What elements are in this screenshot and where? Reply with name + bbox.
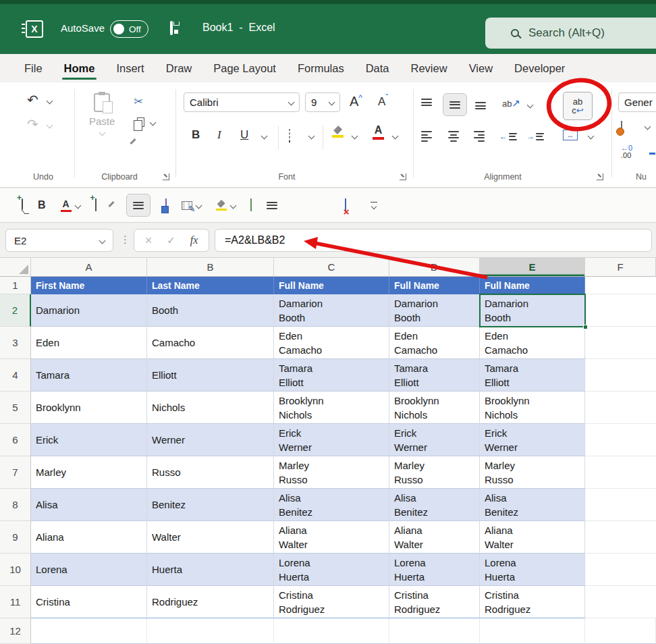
- cell-E4[interactable]: TamaraElliott: [480, 359, 585, 392]
- cell-E6[interactable]: ErickWerner: [480, 424, 585, 456]
- 3d-model-icon[interactable]: [165, 199, 167, 211]
- autosave-toggle[interactable]: Off: [110, 20, 148, 38]
- row-number-5[interactable]: 5: [0, 392, 31, 424]
- align-right-button[interactable]: [474, 131, 485, 142]
- cell-B4[interactable]: Elliott: [147, 359, 274, 392]
- row-number-2[interactable]: 2: [0, 294, 31, 327]
- cell-F10[interactable]: [585, 554, 656, 586]
- cell-A3[interactable]: Eden: [31, 327, 147, 359]
- cell-A11[interactable]: Cristina: [31, 586, 147, 618]
- cell-C1[interactable]: Full Name: [274, 277, 389, 294]
- cell-C7[interactable]: MarleyRusso: [274, 456, 389, 489]
- cell-C12[interactable]: [274, 618, 389, 644]
- cell-D3[interactable]: EdenCamacho: [389, 327, 480, 359]
- underline-dropdown[interactable]: [261, 133, 268, 140]
- cell-B7[interactable]: Russo: [147, 456, 274, 489]
- align-left-button[interactable]: [421, 131, 432, 142]
- green-color-swatch[interactable]: [250, 199, 252, 211]
- cell-E3[interactable]: EdenCamacho: [480, 327, 585, 359]
- tab-formulas[interactable]: Formulas: [287, 54, 355, 82]
- cell-C6[interactable]: ErickWerner: [274, 424, 389, 456]
- center-align-icon[interactable]: [126, 194, 151, 217]
- tab-developer[interactable]: Developer: [503, 54, 576, 82]
- cell-D10[interactable]: LorenaHuerta: [389, 554, 480, 586]
- cell-B3[interactable]: Camacho: [147, 327, 274, 359]
- cell-E1[interactable]: Full Name: [480, 277, 585, 294]
- cell-C8[interactable]: AlisaBenitez: [274, 489, 389, 521]
- number-format-combo[interactable]: Gener: [618, 92, 656, 112]
- row-number-3[interactable]: 3: [0, 327, 31, 359]
- font-size-combo[interactable]: 9: [305, 92, 340, 112]
- fill-color-button[interactable]: [332, 126, 344, 138]
- row-number-9[interactable]: 9: [0, 521, 31, 554]
- cell-A5[interactable]: Brooklynn: [31, 392, 147, 424]
- cell-A2[interactable]: Damarion: [31, 294, 147, 327]
- excel-logo-icon[interactable]: X: [26, 20, 43, 38]
- cell-E8[interactable]: AlisaBenitez: [480, 489, 585, 521]
- tab-data[interactable]: Data: [355, 54, 400, 82]
- bold-button[interactable]: B: [192, 128, 200, 142]
- undo-button[interactable]: ↶: [27, 93, 38, 107]
- decrease-indent-button[interactable]: ←: [499, 131, 517, 142]
- row-number-4[interactable]: 4: [0, 359, 31, 392]
- cell-C5[interactable]: BrooklynnNichols: [274, 392, 389, 424]
- cell-D11[interactable]: CristinaRodriguez: [389, 586, 480, 618]
- column-header-F[interactable]: F: [585, 258, 656, 276]
- cell-E5[interactable]: BrooklynnNichols: [480, 392, 585, 424]
- cell-D4[interactable]: TamaraElliott: [389, 359, 480, 392]
- bold-icon[interactable]: B: [38, 199, 46, 211]
- fill-color-icon[interactable]: [216, 200, 236, 211]
- delete-cells-icon[interactable]: ×: [345, 199, 346, 211]
- cell-C9[interactable]: AlianaWalter: [274, 521, 389, 554]
- cell-D8[interactable]: AlisaBenitez: [389, 489, 480, 521]
- top-align-button[interactable]: [421, 99, 432, 109]
- alignment-dialog-launcher[interactable]: [597, 173, 603, 180]
- cell-B1[interactable]: Last Name: [147, 277, 274, 294]
- cell-F11[interactable]: [585, 586, 656, 618]
- column-header-E[interactable]: E: [480, 258, 585, 276]
- cell-D9[interactable]: AlianaWalter: [389, 521, 480, 554]
- cell-F4[interactable]: [585, 359, 656, 392]
- cell-D2[interactable]: DamarionBooth: [389, 294, 480, 327]
- row-number-7[interactable]: 7: [0, 456, 31, 489]
- bottom-align-button[interactable]: [475, 99, 486, 109]
- search-box[interactable]: Search (Alt+Q): [485, 18, 656, 49]
- row-number-8[interactable]: 8: [0, 489, 31, 521]
- cell-D1[interactable]: Full Name: [389, 277, 480, 294]
- new-object-icon[interactable]: +: [95, 199, 97, 211]
- cell-E11[interactable]: CristinaRodriguez: [480, 586, 585, 618]
- increase-indent-button[interactable]: →: [526, 131, 544, 142]
- cell-B8[interactable]: Benitez: [147, 489, 274, 521]
- row-number-1[interactable]: 1: [0, 277, 31, 294]
- middle-align-button[interactable]: [443, 93, 467, 116]
- justify-icon[interactable]: [267, 201, 277, 210]
- cell-B6[interactable]: Werner: [147, 424, 274, 456]
- enter-icon[interactable]: ✓: [167, 234, 175, 246]
- tab-home[interactable]: Home: [53, 54, 106, 82]
- cell-C3[interactable]: EdenCamacho: [274, 327, 389, 359]
- cell-D7[interactable]: MarleyRusso: [389, 456, 480, 489]
- row-number-11[interactable]: 11: [0, 586, 31, 618]
- cell-E12[interactable]: [480, 618, 585, 644]
- cell-B9[interactable]: Walter: [147, 521, 274, 554]
- orientation-dropdown[interactable]: [527, 102, 534, 109]
- borders-button[interactable]: [289, 130, 290, 142]
- cell-D6[interactable]: ErickWerner: [389, 424, 480, 456]
- increase-decimal-icon[interactable]: [649, 153, 655, 155]
- name-box[interactable]: E2: [5, 229, 113, 252]
- cell-D12[interactable]: [389, 618, 480, 644]
- cell-A4[interactable]: Tamara: [31, 359, 147, 392]
- cell-F6[interactable]: [585, 424, 656, 456]
- column-header-B[interactable]: B: [147, 258, 274, 276]
- cell-C10[interactable]: LorenaHuerta: [274, 554, 389, 586]
- draw-table-icon[interactable]: ✎: [182, 201, 201, 210]
- cell-B11[interactable]: Rodriguez: [147, 586, 274, 618]
- cell-F8[interactable]: [585, 489, 656, 521]
- insert-function-icon[interactable]: fx: [190, 234, 198, 246]
- cell-B12[interactable]: [147, 618, 274, 644]
- tab-page-layout[interactable]: Page Layout: [202, 54, 287, 82]
- cell-F7[interactable]: [585, 456, 656, 489]
- row-number-10[interactable]: 10: [0, 554, 31, 586]
- cell-A10[interactable]: Lorena: [31, 554, 147, 586]
- decrease-decimal-button[interactable]: ←0.00: [621, 144, 632, 159]
